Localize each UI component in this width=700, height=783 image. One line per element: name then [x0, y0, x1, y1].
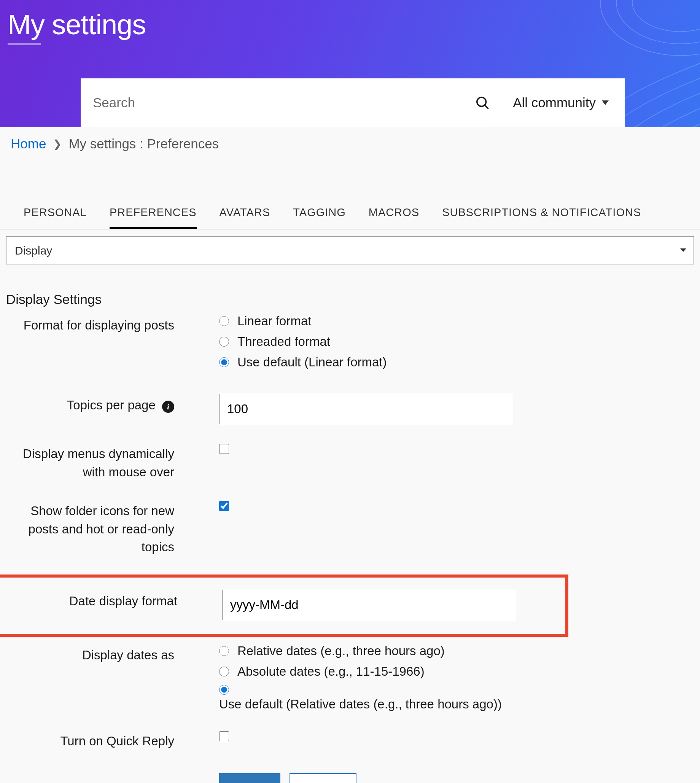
svg-point-2 — [600, 0, 700, 55]
search-scope-label: All community — [513, 95, 596, 110]
search-button[interactable] — [469, 89, 496, 116]
tab-preferences[interactable]: PREFERENCES — [110, 206, 197, 229]
format-threaded-option[interactable]: Threaded format — [219, 335, 694, 349]
info-icon[interactable]: i — [162, 401, 174, 413]
date-format-label: Date display format — [9, 590, 222, 610]
dates-absolute-option[interactable]: Absolute dates (e.g., 11-15-1966) — [219, 664, 694, 679]
chevron-right-icon: ❯ — [53, 138, 62, 150]
tab-macros[interactable]: MACROS — [368, 206, 419, 229]
breadcrumb-current: My settings : Preferences — [68, 136, 219, 152]
svg-point-0 — [632, 0, 700, 32]
date-format-highlight: Date display format — [0, 575, 568, 637]
dates-default-radio[interactable] — [219, 685, 229, 695]
folder-icons-checkbox[interactable] — [219, 501, 229, 511]
svg-point-3 — [477, 97, 486, 107]
tab-personal[interactable]: PERSONAL — [23, 206, 87, 229]
format-default-radio[interactable] — [219, 357, 229, 367]
topics-per-page-label: Topics per page i — [6, 394, 219, 414]
chevron-down-icon — [602, 100, 609, 105]
quick-reply-checkbox[interactable] — [219, 731, 229, 741]
reset-button[interactable]: Reset — [290, 773, 357, 783]
topics-per-page-input[interactable] — [219, 394, 512, 424]
search-bar: All community — [81, 78, 625, 127]
date-format-input[interactable] — [222, 590, 515, 620]
svg-line-4 — [485, 105, 488, 109]
quick-reply-label: Turn on Quick Reply — [6, 730, 219, 750]
format-posts-label: Format for displaying posts — [6, 314, 219, 335]
tab-avatars[interactable]: AVATARS — [220, 206, 270, 229]
svg-point-1 — [616, 0, 700, 44]
preferences-section-select[interactable]: Display — [6, 236, 694, 265]
dynamic-menus-checkbox[interactable] — [219, 444, 229, 454]
format-linear-radio[interactable] — [219, 316, 229, 326]
breadcrumb-home[interactable]: Home — [11, 136, 46, 152]
save-button[interactable]: Save — [219, 773, 280, 783]
format-threaded-radio[interactable] — [219, 337, 229, 347]
search-scope-dropdown[interactable]: All community — [513, 95, 625, 110]
folder-icons-label: Show folder icons for new posts and hot … — [6, 500, 219, 556]
breadcrumb: Home ❯ My settings : Preferences — [0, 127, 700, 160]
header-banner: My settings All community — [0, 0, 700, 127]
section-heading: Display Settings — [0, 265, 700, 314]
search-input[interactable] — [81, 78, 469, 127]
format-default-option[interactable]: Use default (Linear format) — [219, 355, 694, 370]
dates-relative-radio[interactable] — [219, 646, 229, 656]
dates-default-label: Use default (Relative dates (e.g., three… — [219, 697, 694, 711]
settings-tabs: PERSONAL PREFERENCES AVATARS TAGGING MAC… — [0, 160, 700, 230]
page-title: My settings — [8, 8, 146, 45]
tab-subscriptions[interactable]: SUBSCRIPTIONS & NOTIFICATIONS — [442, 206, 641, 229]
dynamic-menus-label: Display menus dynamically with mouse ove… — [6, 443, 219, 481]
tab-tagging[interactable]: TAGGING — [293, 206, 346, 229]
dates-absolute-radio[interactable] — [219, 666, 229, 676]
dates-relative-option[interactable]: Relative dates (e.g., three hours ago) — [219, 644, 694, 658]
search-icon — [475, 95, 490, 110]
display-settings-form: Format for displaying posts Linear forma… — [0, 314, 700, 783]
display-dates-as-label: Display dates as — [6, 644, 219, 664]
format-linear-option[interactable]: Linear format — [219, 314, 694, 328]
